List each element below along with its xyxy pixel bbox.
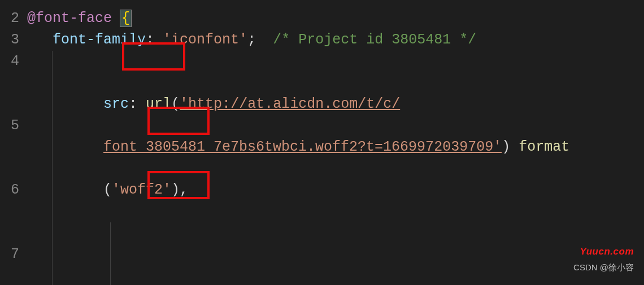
line-number: 2 (0, 8, 24, 29)
at-rule: @font-face (27, 10, 112, 27)
line-number: 7 (0, 244, 24, 265)
url-string: //at.alicdn.com/t/c/ (230, 96, 400, 112)
comment: /* Project id 3805481 */ (273, 32, 476, 48)
paren: ) (171, 182, 180, 198)
colon: : (146, 32, 154, 48)
url-string: 'http: (180, 96, 230, 112)
css-property: src (103, 96, 129, 112)
code-area[interactable]: @font-face { font-family: 'iconfont'; /*… (24, 0, 644, 285)
format-value: 'woff2' (112, 182, 171, 198)
url-string: font_3805481_7e7bs6twbci.woff2?t=1669972… (103, 139, 502, 155)
line-number: 3 (0, 29, 24, 51)
line-number: 6 (0, 179, 24, 244)
line-number-gutter: 2 3 4 5 6 7 (0, 0, 24, 285)
paren: ) (502, 139, 510, 155)
line-number: 4 (0, 51, 24, 115)
code-line: @font-face { (24, 8, 644, 29)
semicolon: ; (247, 32, 256, 48)
paren: ( (171, 96, 180, 112)
string-value: 'iconfont' (163, 32, 247, 48)
url-function: url (146, 96, 171, 112)
line-number: 5 (0, 115, 24, 179)
comma: , (180, 182, 188, 198)
code-line: url('http://at.alicdn.com/t/c/ font_3805… (24, 222, 644, 285)
format-function: format (519, 139, 569, 155)
code-line: src: url('http://at.alicdn.com/t/c/ font… (24, 51, 644, 222)
colon: : (129, 96, 137, 112)
watermark-author: CSDN @徐小容 (573, 257, 634, 278)
paren: ( (103, 182, 112, 198)
code-editor[interactable]: 2 3 4 5 6 7 @font-face { font-family: 'i… (0, 0, 644, 285)
css-property: font-family (53, 32, 146, 48)
open-brace: { (120, 10, 131, 27)
code-line: font-family: 'iconfont'; /* Project id 3… (24, 29, 644, 51)
